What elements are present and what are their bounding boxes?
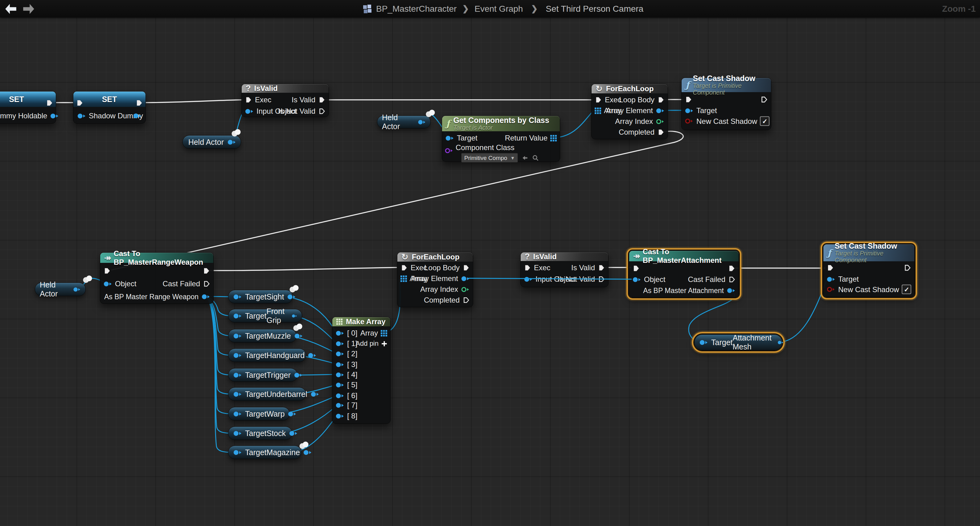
checkbox-checked[interactable]: ✓ xyxy=(902,285,911,294)
node-held-actor-2[interactable]: Held Actor xyxy=(377,116,431,129)
object-pin-icon[interactable] xyxy=(303,450,312,455)
node-target-sight[interactable]: Target Sight xyxy=(228,290,293,304)
exec-wire[interactable] xyxy=(141,100,242,103)
as-bp-master-attachment-pin[interactable]: As BP Master Attachment xyxy=(643,286,735,295)
object-pin-icon[interactable] xyxy=(233,294,242,300)
array-element-in-pin[interactable]: [ 5] xyxy=(336,381,357,389)
object-pin-icon[interactable] xyxy=(287,294,296,300)
exec-pin-icon[interactable] xyxy=(595,96,602,103)
object-pin-icon[interactable] xyxy=(294,333,303,339)
forward-arrow-button[interactable] xyxy=(22,2,35,16)
new-cast-shadow-pin[interactable]: New Cast Shadow ✓ xyxy=(826,285,911,294)
node-target-warp[interactable]: Target Warp xyxy=(228,407,290,421)
int-pin-icon[interactable] xyxy=(461,286,470,292)
object-pin-icon[interactable] xyxy=(336,382,344,388)
exec-pin-icon[interactable] xyxy=(632,265,640,272)
target-pin[interactable]: Target xyxy=(685,106,717,115)
component-class-pin[interactable] xyxy=(444,148,453,154)
exec-out-pin[interactable] xyxy=(202,267,210,275)
target-pin[interactable]: Target xyxy=(826,275,859,283)
node-attachment-mesh[interactable]: Target Attachment Mesh xyxy=(694,334,783,350)
array-element-in-pin[interactable]: [ 0] xyxy=(336,329,357,337)
exec-pin-hollow-icon[interactable] xyxy=(728,276,735,283)
exec-pin-icon[interactable] xyxy=(728,265,735,272)
is-not-valid-pin[interactable]: Is Not Valid xyxy=(278,107,326,116)
node-set-shadow-dummy[interactable]: SET Shadow Dummy xyxy=(73,91,146,124)
class-pin-icon[interactable] xyxy=(444,148,453,154)
object-pin-icon[interactable] xyxy=(233,372,242,378)
exec-pin-icon[interactable] xyxy=(46,99,53,107)
class-dropdown[interactable]: Primitive Compo ▼ xyxy=(461,153,518,163)
node-held-actor-3[interactable]: Held Actor xyxy=(35,283,86,296)
cast-failed-pin[interactable]: Cast Failed xyxy=(688,275,735,284)
node-target-handguard[interactable]: Target Handguard xyxy=(228,348,306,362)
exec-in-pin[interactable]: Exec xyxy=(524,264,550,272)
object-pin-icon[interactable] xyxy=(336,351,344,357)
variable-pin-row[interactable]: mmy Holdable xyxy=(0,111,59,120)
exec-pin-icon[interactable] xyxy=(462,264,470,272)
node-target-front-grip[interactable]: Target Front Grip xyxy=(228,309,302,323)
object-pin-icon[interactable] xyxy=(294,372,303,378)
array-element-in-pin[interactable]: [ 3] xyxy=(336,360,357,369)
object-pin-icon[interactable] xyxy=(336,341,344,346)
return-value-pin[interactable]: Return Value xyxy=(505,134,557,142)
object-pin-icon[interactable] xyxy=(336,402,344,408)
node-target-stock[interactable]: Target Stock xyxy=(228,426,292,440)
exec-pin-icon[interactable] xyxy=(245,96,252,103)
exec-pin-hollow-icon[interactable] xyxy=(904,264,911,272)
exec-out-pin[interactable] xyxy=(46,99,53,107)
node-target-muzzle[interactable]: Target Muzzle xyxy=(228,329,297,343)
array-element-pin[interactable]: Array Element xyxy=(606,106,665,115)
data-wire[interactable] xyxy=(777,280,827,342)
array-element-in-pin[interactable]: [ 7] xyxy=(336,401,357,410)
node-set-dummy-holdable[interactable]: SET mmy Holdable xyxy=(0,91,56,124)
object-pin-icon[interactable] xyxy=(233,431,242,436)
array-index-pin[interactable]: Array Index xyxy=(615,117,665,126)
exec-in-pin[interactable] xyxy=(103,267,111,275)
object-pin-icon[interactable] xyxy=(461,276,470,282)
data-wire[interactable] xyxy=(294,416,336,452)
array-element-pin[interactable]: Array Element xyxy=(411,274,470,283)
completed-pin[interactable]: Completed xyxy=(619,128,665,137)
use-selected-icon[interactable] xyxy=(522,154,528,161)
object-pin[interactable]: Object xyxy=(632,275,665,284)
checkbox-checked[interactable]: ✓ xyxy=(760,116,770,126)
exec-pin-icon[interactable] xyxy=(657,129,665,136)
node-set-cast-shadow-1[interactable]: ƒ Set Cast Shadow Target is Primitive Co… xyxy=(681,78,771,130)
breadcrumb-event-graph[interactable]: Event Graph xyxy=(474,4,523,14)
exec-out-pin[interactable] xyxy=(728,265,735,272)
completed-pin[interactable]: Completed xyxy=(424,296,470,304)
variable-out-pin[interactable] xyxy=(133,113,142,119)
exec-pin-hollow-icon[interactable] xyxy=(203,280,210,288)
object-pin-icon[interactable] xyxy=(50,113,59,119)
array-pin-icon[interactable] xyxy=(550,135,557,141)
object-pin-icon[interactable] xyxy=(308,353,317,358)
plus-icon[interactable] xyxy=(381,341,387,346)
breadcrumb-collapsed-graph[interactable]: Set Third Person Camera xyxy=(546,4,643,14)
object-pin-icon[interactable] xyxy=(245,108,254,114)
node-get-components-by-class[interactable]: ƒ Get Components by Class Target is Acto… xyxy=(442,116,560,162)
exec-out-pin[interactable] xyxy=(135,99,143,107)
exec-pin-icon[interactable] xyxy=(657,96,665,103)
exec-in-pin[interactable] xyxy=(632,265,640,272)
node-foreachloop-1[interactable]: ↻ ForEachLoop Exec Array Loop Body Array… xyxy=(591,84,668,139)
object-pin-icon[interactable] xyxy=(336,372,344,378)
exec-pin-icon[interactable] xyxy=(202,267,210,275)
array-element-in-pin[interactable]: [ 2] xyxy=(336,350,357,358)
exec-pin-icon[interactable] xyxy=(685,96,692,103)
blueprint-event-graph-canvas[interactable]: SET mmy Holdable SET Shadow Dummy ? IsVa… xyxy=(0,0,980,526)
exec-pin-hollow-icon[interactable] xyxy=(598,275,605,283)
object-pin[interactable]: Object xyxy=(103,280,136,288)
exec-pin-hollow-icon[interactable] xyxy=(760,96,768,103)
loop-body-pin[interactable]: Loop Body xyxy=(424,264,470,272)
object-pin-icon[interactable] xyxy=(699,340,708,345)
array-index-pin[interactable]: Array Index xyxy=(420,285,470,294)
object-pin-icon[interactable] xyxy=(233,353,242,358)
array-pin-icon[interactable] xyxy=(381,330,387,337)
object-pin-icon[interactable] xyxy=(826,277,835,282)
exec-out-pin[interactable] xyxy=(760,96,768,103)
object-pin-icon[interactable] xyxy=(233,411,242,417)
browse-icon[interactable] xyxy=(532,154,539,161)
as-bp-master-range-weapon-pin[interactable]: As BP Master Range Weapon xyxy=(104,293,210,301)
exec-pin-icon[interactable] xyxy=(318,96,326,103)
